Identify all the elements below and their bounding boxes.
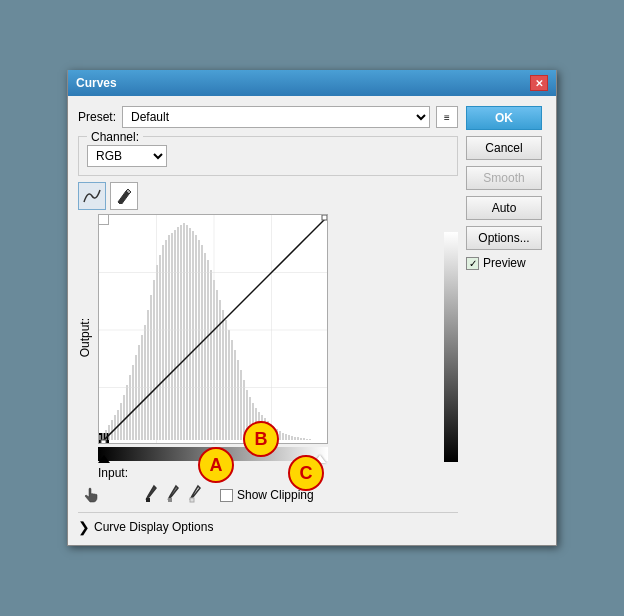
preset-row: Preset: Default ≡ — [78, 106, 458, 128]
channel-group: Channel: RGB — [78, 136, 458, 176]
svg-rect-25 — [174, 230, 176, 440]
svg-rect-81 — [168, 498, 172, 502]
svg-rect-3 — [108, 425, 110, 440]
curve-tool-icon — [82, 188, 102, 204]
svg-rect-79 — [101, 440, 106, 444]
svg-rect-32 — [195, 235, 197, 440]
curves-dialog: Curves ✕ Preset: Default ≡ Channel: — [67, 70, 557, 546]
svg-rect-60 — [279, 431, 281, 440]
svg-rect-46 — [237, 360, 239, 440]
svg-rect-40 — [219, 300, 221, 440]
preset-label: Preset: — [78, 110, 116, 124]
svg-rect-36 — [207, 260, 209, 440]
svg-rect-8 — [123, 395, 125, 440]
smooth-button[interactable]: Smooth — [466, 166, 542, 190]
svg-rect-65 — [294, 437, 296, 440]
svg-rect-15 — [144, 325, 146, 440]
tool-icons — [78, 182, 458, 210]
expand-icon[interactable]: ❯ — [78, 519, 90, 535]
svg-rect-39 — [216, 290, 218, 440]
svg-rect-27 — [180, 225, 182, 440]
svg-rect-23 — [168, 235, 170, 440]
svg-rect-30 — [189, 228, 191, 440]
svg-rect-4 — [111, 420, 113, 440]
curve-tool-button[interactable] — [78, 182, 106, 210]
input-label: Input: — [98, 466, 128, 480]
channel-legend: Channel: — [87, 130, 143, 144]
svg-rect-18 — [153, 280, 155, 440]
title-bar: Curves ✕ — [68, 70, 556, 96]
preview-row: ✓ Preview — [466, 256, 546, 270]
svg-rect-11 — [132, 365, 134, 440]
svg-rect-41 — [222, 310, 224, 440]
svg-rect-17 — [150, 295, 152, 440]
white-eyedropper-icon[interactable] — [186, 484, 204, 506]
output-label: Output: — [78, 318, 92, 357]
badge-b: B — [243, 421, 279, 457]
svg-rect-42 — [225, 320, 227, 440]
curve-display-row: ❯ Curve Display Options — [78, 512, 458, 535]
input-row: Input: — [98, 466, 458, 480]
options-button[interactable]: Options... — [466, 226, 542, 250]
black-eyedropper-icon[interactable] — [142, 484, 160, 506]
svg-rect-62 — [285, 434, 287, 440]
auto-button[interactable]: Auto — [466, 196, 542, 220]
svg-rect-43 — [228, 330, 230, 440]
svg-rect-26 — [177, 227, 179, 440]
svg-rect-44 — [231, 340, 233, 440]
ok-button[interactable]: OK — [466, 106, 542, 130]
gray-eyedropper-icon[interactable] — [164, 484, 182, 506]
svg-rect-66 — [297, 437, 299, 440]
close-button[interactable]: ✕ — [530, 75, 548, 91]
svg-rect-33 — [198, 240, 200, 440]
eyedropper-row — [142, 484, 204, 506]
channel-select[interactable]: RGB — [87, 145, 167, 167]
svg-rect-35 — [204, 253, 206, 440]
svg-rect-80 — [146, 498, 150, 502]
right-panel: OK Cancel Smooth Auto Options... ✓ Previ… — [466, 106, 546, 535]
hand-tool-area — [82, 484, 104, 506]
svg-rect-45 — [234, 350, 236, 440]
histogram-svg — [99, 215, 328, 444]
channel-row: RGB — [87, 145, 449, 167]
svg-rect-78 — [322, 215, 327, 220]
svg-rect-13 — [138, 345, 140, 440]
pencil-tool-button[interactable] — [110, 182, 138, 210]
svg-rect-0 — [99, 435, 101, 440]
preset-options-icon[interactable]: ≡ — [436, 106, 458, 128]
preset-select[interactable]: Default — [122, 106, 430, 128]
svg-rect-70 — [309, 439, 311, 440]
svg-rect-82 — [190, 498, 194, 502]
bottom-section: Show Clipping — [82, 484, 458, 506]
preview-label: Preview — [483, 256, 526, 270]
svg-rect-37 — [210, 270, 212, 440]
svg-rect-12 — [135, 355, 137, 440]
svg-rect-21 — [162, 245, 164, 440]
left-panel: Preset: Default ≡ Channel: RGB — [78, 106, 458, 535]
pencil-tool-icon — [116, 188, 132, 204]
svg-rect-61 — [282, 433, 284, 440]
svg-rect-24 — [171, 233, 173, 440]
output-gradient-bar — [444, 232, 458, 462]
hand-tool-icon[interactable] — [82, 484, 104, 506]
show-clipping-checkbox[interactable] — [220, 489, 233, 502]
svg-rect-16 — [147, 310, 149, 440]
preview-checkbox[interactable]: ✓ — [466, 257, 479, 270]
curves-graph[interactable] — [98, 214, 328, 444]
svg-rect-9 — [126, 385, 128, 440]
svg-rect-69 — [306, 439, 308, 440]
cancel-button[interactable]: Cancel — [466, 136, 542, 160]
svg-rect-47 — [240, 370, 242, 440]
svg-rect-68 — [303, 438, 305, 440]
svg-rect-29 — [186, 225, 188, 440]
svg-rect-22 — [165, 240, 167, 440]
output-gradient-bar-wrapper — [444, 214, 458, 462]
badge-a: A — [198, 447, 234, 483]
input-slider-left[interactable] — [98, 455, 110, 463]
curve-display-label: Curve Display Options — [94, 520, 213, 534]
svg-rect-20 — [159, 255, 161, 440]
dialog-title: Curves — [76, 76, 117, 90]
svg-rect-1 — [102, 433, 104, 440]
svg-rect-63 — [288, 435, 290, 440]
svg-rect-64 — [291, 436, 293, 440]
